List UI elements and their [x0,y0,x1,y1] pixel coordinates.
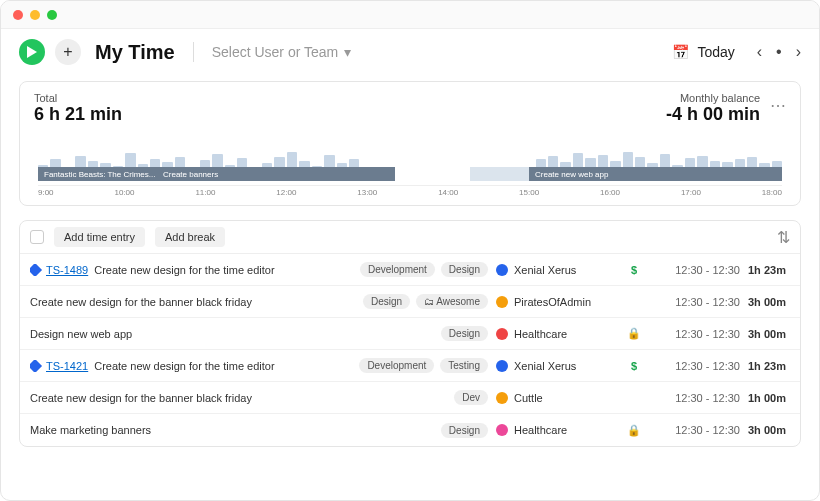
filter-icon[interactable]: ⇅ [777,228,790,247]
project[interactable]: Xenial Xerus [496,360,616,372]
project-name: Healthcare [514,424,567,436]
axis-tick: 9:00 [38,188,54,199]
tag[interactable]: Design [363,294,410,309]
axis-tick: 11:00 [195,188,215,199]
billable-icon: $ [631,264,637,276]
tag[interactable]: Design [441,262,488,277]
axis-tick: 15:00 [519,188,539,199]
lock-icon: 🔒 [627,424,641,436]
zoom-dot[interactable] [47,10,57,20]
more-menu[interactable]: ⋯ [770,92,786,114]
duration: 1h 23m [748,264,801,276]
project[interactable]: Xenial Xerus [496,264,616,276]
duration: 1h 00m [748,392,801,404]
tag[interactable]: Development [360,262,435,277]
window-titlebar [1,1,819,29]
billable-icon: $ [631,360,637,372]
project-name: Xenial Xerus [514,360,576,372]
start-timer-button[interactable] [19,39,45,65]
time-range[interactable]: 12:30 - 12:30 [652,424,740,436]
timeline-segment[interactable] [470,167,530,181]
project-name: Healthcare [514,328,567,340]
axis-tick: 14:00 [438,188,458,199]
tag[interactable]: 🗂 Awesome [416,294,488,309]
entry-description: Make marketing banners [30,424,151,436]
entry-list: Add time entry Add break ⇅ TS-1489Create… [19,220,801,447]
timeline-segment[interactable]: Fantastic Beasts: The Crimes... [38,167,157,181]
select-all-checkbox[interactable] [30,230,44,244]
chevron-down-icon: ▾ [344,44,351,60]
project[interactable]: Cuttle [496,392,616,404]
time-range[interactable]: 12:30 - 12:30 [652,264,740,276]
project-color-icon [496,360,508,372]
project-color-icon [496,424,508,436]
calendar-icon: 📅 [672,44,689,60]
axis-tick: 10:00 [114,188,134,199]
tag[interactable]: Design [441,326,488,341]
total-label: Total [34,92,122,104]
axis-tick: 18:00 [762,188,782,199]
team-selector-label: Select User or Team [212,44,339,60]
duration: 3h 00m [748,296,801,308]
date-picker[interactable]: 📅 Today [672,44,734,60]
date-label: Today [697,44,734,60]
entry-row[interactable]: Create new design for the banner black f… [20,286,800,318]
axis-tick: 17:00 [681,188,701,199]
tag[interactable]: Design [441,423,488,438]
balance-label: Monthly balance [666,92,760,104]
add-break-button[interactable]: Add break [155,227,225,247]
tags: DevelopmentTesting [338,358,488,373]
tags: Dev [338,390,488,405]
total-value: 6 h 21 min [34,104,122,125]
project-color-icon [496,328,508,340]
duration: 3h 00m [748,424,801,436]
duration: 3h 00m [748,328,801,340]
minimize-dot[interactable] [30,10,40,20]
project-name: Xenial Xerus [514,264,576,276]
tag[interactable]: Dev [454,390,488,405]
ticket-icon [30,264,42,276]
add-button[interactable]: + [55,39,81,65]
entry-row[interactable]: Design new web appDesignHealthcare🔒12:30… [20,318,800,350]
prev-day-button[interactable]: ‹ [757,43,762,61]
time-range[interactable]: 12:30 - 12:30 [652,360,740,372]
close-dot[interactable] [13,10,23,20]
time-range[interactable]: 12:30 - 12:30 [652,328,740,340]
divider [193,42,194,62]
duration: 1h 23m [748,360,801,372]
timeline-segment[interactable] [395,167,469,181]
tags: Design [338,326,488,341]
project-color-icon [496,296,508,308]
project-name: PiratesOfAdmin [514,296,591,308]
balance-value: -4 h 00 min [666,104,760,125]
entry-description: Create new design for the time editor [94,264,274,276]
tag[interactable]: Testing [440,358,488,373]
timeline-segment[interactable]: Create banners [157,167,395,181]
page-title: My Time [95,41,175,64]
tags: DevelopmentDesign [338,262,488,277]
ticket-link[interactable]: TS-1421 [46,360,88,372]
timeline-chart: Fantastic Beasts: The Crimes...Create ba… [34,131,786,199]
time-range[interactable]: 12:30 - 12:30 [652,296,740,308]
entry-row[interactable]: TS-1421Create new design for the time ed… [20,350,800,382]
entry-description: Design new web app [30,328,132,340]
today-dot[interactable]: • [776,43,782,61]
entry-row[interactable]: Make marketing bannersDesignHealthcare🔒1… [20,414,800,446]
project-color-icon [496,392,508,404]
time-range[interactable]: 12:30 - 12:30 [652,392,740,404]
tag[interactable]: Development [359,358,434,373]
entry-row[interactable]: Create new design for the banner black f… [20,382,800,414]
entry-description: Create new design for the banner black f… [30,296,252,308]
project-color-icon [496,264,508,276]
next-day-button[interactable]: › [796,43,801,61]
entry-row[interactable]: TS-1489Create new design for the time ed… [20,254,800,286]
project[interactable]: PiratesOfAdmin [496,296,616,308]
ticket-icon [30,360,42,372]
add-entry-button[interactable]: Add time entry [54,227,145,247]
project[interactable]: Healthcare [496,328,616,340]
project[interactable]: Healthcare [496,424,616,436]
timeline-segment[interactable]: Create new web app [529,167,782,181]
entry-description: Create new design for the time editor [94,360,274,372]
ticket-link[interactable]: TS-1489 [46,264,88,276]
team-selector[interactable]: Select User or Team ▾ [212,44,352,60]
